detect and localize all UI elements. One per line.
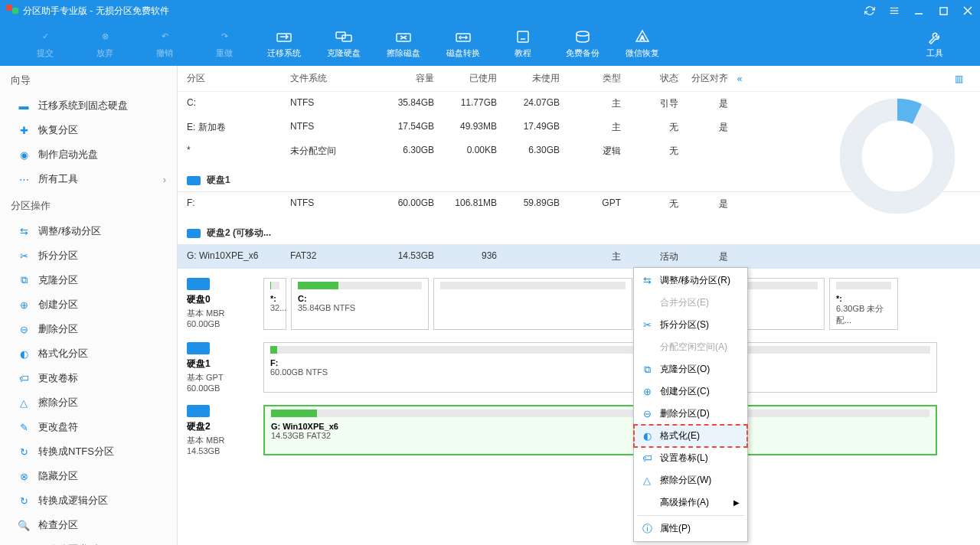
ssd-icon: ▬	[17, 99, 31, 113]
disk-icon	[187, 229, 201, 238]
clone-button[interactable]: 克隆硬盘	[314, 29, 374, 59]
redo-button[interactable]: ↷重做	[194, 29, 254, 59]
view-toggle-icon[interactable]: ▥	[751, 73, 971, 84]
disk2-header[interactable]: 硬盘2 (可移动...	[178, 219, 980, 245]
svg-rect-14	[518, 31, 528, 42]
menu-create[interactable]: ⊕创建分区(C)	[634, 380, 747, 403]
create-icon: ⊕	[17, 298, 31, 312]
app-logo-icon	[6, 5, 18, 17]
wechat-icon: A	[633, 29, 652, 44]
undo-icon: ↶	[155, 29, 174, 44]
maximize-icon[interactable]	[937, 5, 949, 17]
convert-fs-icon: ↻	[17, 445, 31, 459]
partition-block[interactable]: F:60.00GB NTFS	[263, 342, 937, 393]
split-icon: ✂	[640, 319, 654, 331]
disk-row: 硬盘2基本 MBR14.53GB G: Win10XPE_x614.53GB F…	[187, 405, 971, 455]
menu-clone[interactable]: ⧉克隆分区(O)	[634, 358, 747, 380]
sidebar-item-split[interactable]: ✂拆分分区	[0, 243, 177, 268]
partition-context-menu: ⇆调整/移动分区(R) 合并分区(E) ✂拆分分区(S) 分配空闲空间(A) ⧉…	[633, 267, 748, 542]
tag-icon: 🏷	[17, 371, 31, 385]
col-used[interactable]: 已使用	[434, 72, 497, 85]
menu-delete[interactable]: ⊖删除分区(D)	[634, 403, 747, 425]
sidebar-item-to-logical[interactable]: ↻转换成逻辑分区	[0, 488, 177, 513]
resize-icon: ⇆	[17, 224, 31, 238]
sidebar-item-wipe[interactable]: △擦除分区	[0, 390, 177, 415]
col-filesystem[interactable]: 文件系统	[290, 72, 374, 85]
undo-button[interactable]: ↶撤销	[135, 29, 194, 59]
partition-block[interactable]: *:32...	[263, 278, 286, 330]
disk-info[interactable]: 硬盘1基本 GPT60.00GB	[187, 342, 256, 393]
sidebar-item-label[interactable]: 🏷更改卷标	[0, 366, 177, 390]
sidebar-item-format[interactable]: ◐格式化分区	[0, 341, 177, 366]
menu-resize[interactable]: ⇆调整/移动分区(R)	[634, 269, 747, 292]
sidebar-item-change-type[interactable]: ID更改分区类型	[0, 537, 177, 545]
toolbar: ✓提交 ⊗放弃 ↶撤销 ↷重做 迁移系统 克隆硬盘 擦除磁盘 磁盘转换 教程 免…	[0, 21, 980, 66]
format-icon: ◐	[640, 430, 654, 442]
book-icon	[514, 29, 532, 44]
sidebar-item-bootdisk[interactable]: ◉制作启动光盘	[0, 142, 177, 167]
sidebar-item-letter[interactable]: ✎更改盘符	[0, 415, 177, 439]
col-partition[interactable]: 分区	[187, 72, 290, 85]
sidebar-item-delete[interactable]: ⊖删除分区	[0, 317, 177, 341]
clone-icon	[335, 29, 353, 44]
menu-split[interactable]: ✂拆分分区(S)	[634, 314, 747, 336]
menu-format[interactable]: ◐格式化(E)	[634, 425, 747, 447]
recover-icon: ✚	[17, 123, 31, 137]
wipe-button[interactable]: 擦除磁盘	[374, 29, 433, 59]
discard-button[interactable]: ⊗放弃	[75, 29, 135, 59]
sidebar-item-hide[interactable]: ⊗隐藏分区	[0, 464, 177, 488]
refresh-icon[interactable]	[864, 5, 876, 17]
menu-icon[interactable]	[888, 5, 900, 17]
partition-block[interactable]	[433, 278, 632, 330]
table-row[interactable]: G: Win10XPE_x6FAT32 14.53GB936 主 活动是	[178, 245, 980, 269]
clone-part-icon: ⧉	[17, 273, 31, 287]
tutorial-button[interactable]: 教程	[493, 29, 553, 59]
sidebar-item-recover[interactable]: ✚恢复分区	[0, 118, 177, 142]
wechat-button[interactable]: A微信恢复	[612, 29, 672, 59]
backup-button[interactable]: 免费备份	[553, 29, 612, 59]
tools-button[interactable]: 工具	[905, 29, 965, 59]
sidebar-item-create[interactable]: ⊕创建分区	[0, 292, 177, 317]
sidebar-item-all-tools[interactable]: ⋯所有工具›	[0, 167, 177, 191]
cancel-icon: ⊗	[96, 29, 114, 44]
partition-block[interactable]: G: Win10XPE_x614.53GB FAT32	[263, 405, 937, 455]
table-header: 分区 文件系统 容量 已使用 未使用 类型 状态 分区对齐 « ▥	[178, 66, 980, 92]
menu-label[interactable]: 🏷设置卷标(L)	[634, 447, 747, 469]
sidebar-item-clone[interactable]: ⧉克隆分区	[0, 268, 177, 292]
more-icon: ⋯	[17, 172, 31, 186]
menu-separator	[637, 515, 744, 516]
menu-advanced[interactable]: 高级操作(A)▶	[634, 491, 747, 514]
minimize-icon[interactable]	[913, 5, 925, 17]
content-area: 分区 文件系统 容量 已使用 未使用 类型 状态 分区对齐 « ▥ C:NTFS…	[178, 66, 980, 545]
partition-block[interactable]: *:6.30GB 未分配...	[829, 278, 898, 330]
sidebar-item-to-ntfs[interactable]: ↻转换成NTFS分区	[0, 439, 177, 464]
sidebar-item-resize[interactable]: ⇆调整/移动分区	[0, 219, 177, 243]
disk-info[interactable]: 硬盘2基本 MBR14.53GB	[187, 405, 256, 455]
collapse-columns-button[interactable]: «	[728, 73, 751, 84]
close-icon[interactable]	[962, 5, 974, 17]
migrate-icon	[275, 29, 293, 44]
delete-icon: ⊖	[640, 408, 654, 420]
search-icon: 🔍	[17, 518, 31, 532]
app-title: 分区助手专业版 - 无损分区免费软件	[23, 5, 864, 18]
menu-properties[interactable]: ⓘ属性(P)	[634, 517, 747, 540]
menu-wipe[interactable]: △擦除分区(W)	[634, 469, 747, 491]
disk-visual-area: 硬盘0基本 MBR60.00GB *:32... C:35.84GB NTFS …	[178, 269, 980, 465]
commit-button[interactable]: ✓提交	[15, 29, 75, 59]
usage-donut-chart	[836, 95, 959, 217]
sidebar-item-migrate-ssd[interactable]: ▬迁移系统到固态硬盘	[0, 93, 177, 118]
col-capacity[interactable]: 容量	[374, 72, 434, 85]
convert-button[interactable]: 磁盘转换	[433, 29, 493, 59]
resize-icon: ⇆	[640, 275, 654, 287]
disk-icon	[187, 342, 210, 354]
col-align[interactable]: 分区对齐	[678, 72, 728, 85]
disk-info[interactable]: 硬盘0基本 MBR60.00GB	[187, 278, 256, 330]
sidebar-item-check[interactable]: 🔍检查分区	[0, 513, 177, 537]
col-free[interactable]: 未使用	[497, 72, 560, 85]
col-status[interactable]: 状态	[621, 72, 678, 85]
partition-block[interactable]: C:35.84GB NTFS	[291, 278, 429, 330]
migrate-button[interactable]: 迁移系统	[254, 29, 314, 59]
ops-section-title: 分区操作	[0, 191, 177, 219]
disc-icon: ◉	[17, 148, 31, 162]
col-type[interactable]: 类型	[560, 72, 621, 85]
